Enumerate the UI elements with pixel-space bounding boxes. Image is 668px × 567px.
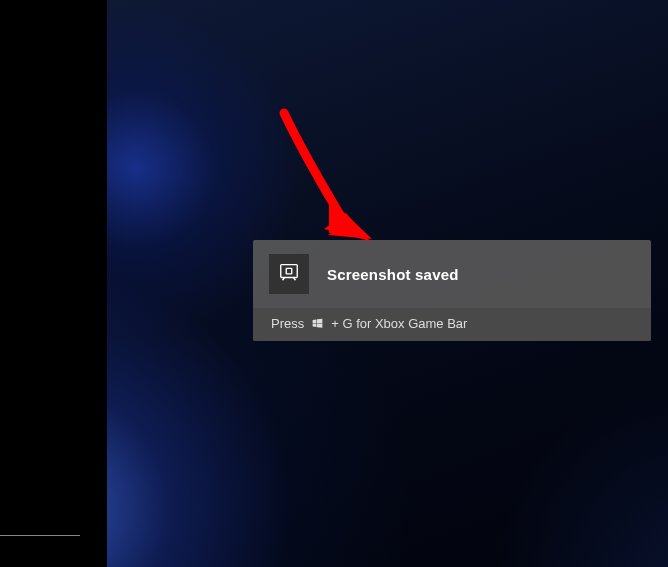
screenshot-saved-notification[interactable]: Screenshot saved Press + G for Xbox Game… — [253, 240, 651, 341]
svg-rect-5 — [286, 268, 292, 274]
screenshot-icon — [278, 261, 300, 287]
sidebar-divider-line — [0, 535, 80, 536]
notification-hint: Press + G for Xbox Game Bar — [253, 308, 651, 341]
notification-icon-container — [269, 254, 309, 294]
notification-header: Screenshot saved — [253, 240, 651, 308]
notification-title: Screenshot saved — [327, 266, 459, 283]
windows-key-icon — [311, 317, 324, 330]
svg-rect-4 — [281, 265, 298, 278]
left-black-panel — [0, 0, 107, 567]
hint-suffix-text: + G for Xbox Game Bar — [331, 316, 467, 331]
hint-prefix-text: Press — [271, 316, 304, 331]
